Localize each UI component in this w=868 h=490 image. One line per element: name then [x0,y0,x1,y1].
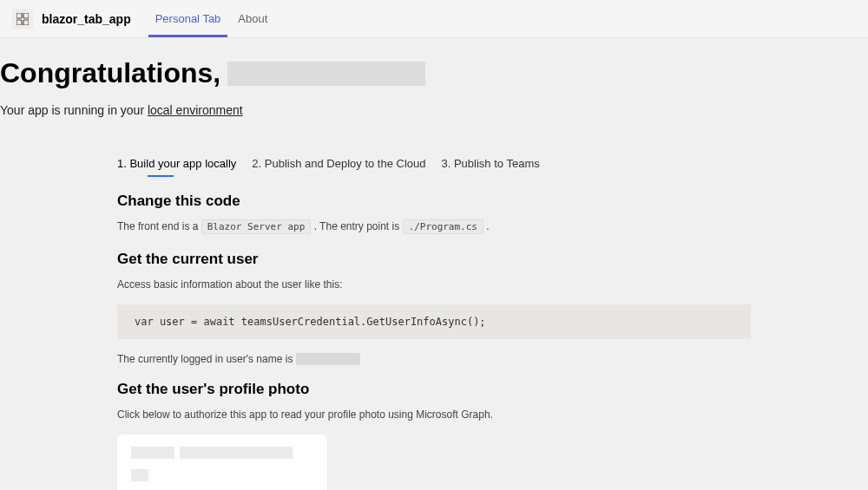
placeholder-block [131,469,148,481]
code-get-user[interactable]: var user = await teamsUserCredential.Get… [117,304,751,339]
main-content: Congratulations, Your app is running in … [0,38,868,490]
greeting-text: Congratulations, [0,57,220,89]
placeholder-block [131,447,174,459]
code-program-cs: ./Program.cs [403,219,483,234]
svg-rect-3 [23,20,29,25]
header-tabs: Personal Tab About [147,0,277,37]
svg-rect-1 [23,13,29,18]
desc-profile-photo: Click below to authorize this app to rea… [117,407,751,422]
change-code-prefix: The front end is a [117,220,201,232]
placeholder-block [180,447,293,459]
heading-change-code: Change this code [117,193,751,210]
profile-row [131,447,313,464]
user-name-redacted [227,62,425,86]
change-code-suffix: . [486,220,489,232]
subtitle-prefix: Your app is running in your [0,103,148,117]
app-header: blazor_tab_app Personal Tab About [0,0,868,38]
logged-in-prefix: The currently logged in user's name is [117,353,293,365]
tab-personal[interactable]: Personal Tab [147,0,230,37]
logged-in-name-redacted [296,353,360,365]
local-environment-link[interactable]: local environment [148,103,243,117]
tab-about[interactable]: About [229,0,276,37]
heading-profile-photo: Get the user's profile photo [117,381,751,398]
step-publish-cloud[interactable]: 2. Publish and Deploy to the Cloud [252,157,425,173]
content-body: 1. Build your app locally 2. Publish and… [117,157,751,490]
hero: Congratulations, Your app is running in … [0,57,868,117]
app-name: blazor_tab_app [42,12,131,26]
profile-row [131,469,313,487]
svg-rect-2 [16,20,22,25]
heading-get-user: Get the current user [117,251,751,268]
desc-change-code: The front end is a Blazor Server app . T… [117,219,751,235]
app-icon [12,9,33,29]
step-publish-teams[interactable]: 3. Publish to Teams [442,157,540,173]
logged-in-user: The currently logged in user's name is [117,353,751,365]
step-build-locally[interactable]: 1. Build your app locally [117,157,236,173]
code-blazor-server: Blazor Server app [201,219,312,234]
change-code-mid: . The entry point is [314,220,403,232]
profile-photo-card[interactable] [117,434,327,491]
desc-get-user: Access basic information about the user … [117,277,751,292]
subtitle: Your app is running in your local enviro… [0,103,868,117]
steps-nav: 1. Build your app locally 2. Publish and… [117,157,751,173]
svg-rect-0 [16,13,22,18]
page-title: Congratulations, [0,57,868,89]
